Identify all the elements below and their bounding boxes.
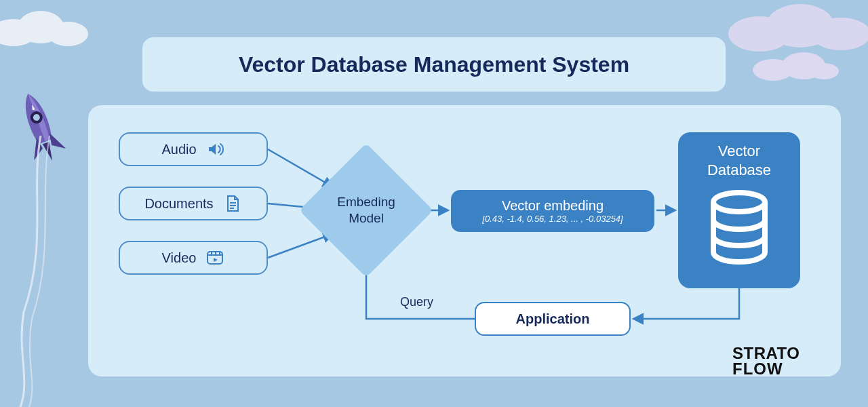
document-icon bbox=[223, 194, 242, 213]
audio-icon bbox=[206, 140, 225, 159]
embedding-model-node: Embeding Model bbox=[319, 163, 414, 258]
diagram-title: Vector Database Management System bbox=[239, 52, 629, 77]
input-node-video: Video bbox=[119, 241, 268, 275]
rocket-trail bbox=[17, 136, 58, 339]
svg-point-2 bbox=[47, 22, 88, 46]
input-label-audio: Audio bbox=[161, 142, 196, 157]
vector-database-line1: Vector bbox=[718, 142, 760, 159]
diagram-container: Audio Documents Video bbox=[88, 105, 841, 376]
input-node-documents: Documents bbox=[119, 187, 268, 220]
application-node: Application bbox=[475, 302, 631, 336]
query-edge-label: Query bbox=[400, 295, 433, 309]
application-label: Application bbox=[516, 311, 590, 327]
cloud-decoration-topright bbox=[719, 0, 868, 54]
vector-embedding-node: Vector embeding [0.43, -1.4, 0.56, 1.23,… bbox=[451, 190, 654, 232]
cloud-decoration-right bbox=[746, 51, 841, 81]
vector-embedding-values: [0.43, -1.4, 0.56, 1.23, ... , -0.03254] bbox=[482, 214, 623, 224]
database-icon bbox=[705, 190, 773, 274]
diagram-title-box: Vector Database Management System bbox=[142, 37, 726, 92]
vector-database-line2: Database bbox=[707, 161, 771, 178]
svg-point-5 bbox=[811, 18, 868, 50]
embedding-model-line1: Embeding bbox=[337, 194, 395, 210]
brand-logo: STRATO FLOW bbox=[732, 346, 800, 377]
input-label-documents: Documents bbox=[144, 196, 213, 212]
vector-embedding-title: Vector embeding bbox=[502, 198, 604, 214]
input-node-audio: Audio bbox=[119, 132, 268, 166]
cloud-decoration-left bbox=[0, 7, 102, 47]
brand-line2: FLOW bbox=[732, 362, 800, 377]
input-label-video: Video bbox=[162, 250, 197, 266]
vector-database-node: Vector Database bbox=[678, 132, 800, 288]
video-icon bbox=[205, 248, 224, 267]
embedding-model-line2: Model bbox=[349, 210, 384, 227]
svg-point-8 bbox=[809, 63, 839, 79]
svg-point-24 bbox=[713, 193, 765, 212]
